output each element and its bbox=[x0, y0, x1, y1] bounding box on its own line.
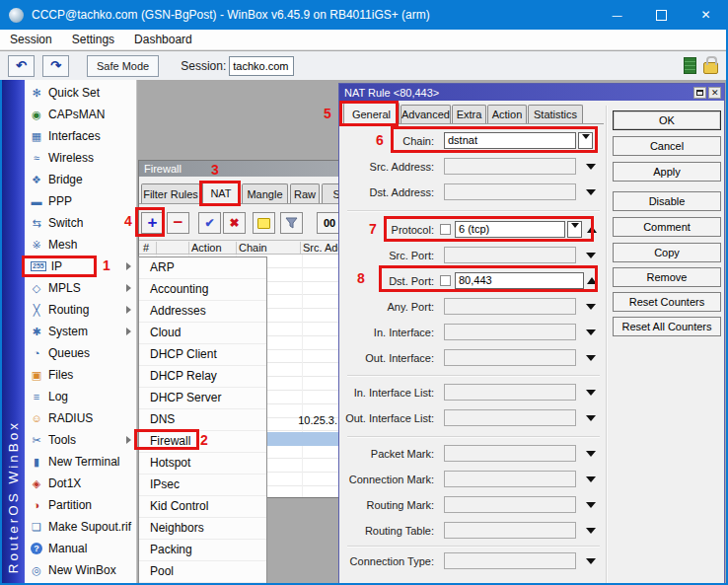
expand-down-icon[interactable] bbox=[586, 189, 596, 195]
sidebar-item-mpls[interactable]: ◇MPLS bbox=[25, 277, 136, 299]
chain-input[interactable]: dstnat bbox=[444, 132, 576, 149]
sidebar-item-quick-set[interactable]: ✻Quick Set bbox=[25, 82, 136, 104]
menu-item-ipsec[interactable]: IPsec bbox=[139, 475, 266, 496]
sidebar-item-ip[interactable]: 255IP bbox=[25, 256, 136, 277]
copy-button[interactable]: Copy bbox=[613, 243, 721, 262]
expand-down-icon[interactable] bbox=[586, 415, 596, 421]
expand-down-icon[interactable] bbox=[586, 451, 596, 457]
tab-general[interactable]: General bbox=[343, 103, 400, 124]
expand-down-icon[interactable] bbox=[586, 502, 596, 508]
menu-item-accounting[interactable]: Accounting bbox=[139, 279, 266, 301]
sidebar-item-log[interactable]: ≡Log bbox=[25, 386, 136, 407]
sidebar-item-switch[interactable]: ⇆Switch bbox=[25, 212, 136, 234]
menu-item-dhcp-relay[interactable]: DHCP Relay bbox=[139, 366, 266, 388]
close-icon[interactable] bbox=[684, 0, 728, 30]
add-rule-icon[interactable]: + bbox=[141, 212, 164, 234]
disable-button[interactable]: Disable bbox=[613, 191, 721, 211]
redo-icon[interactable] bbox=[42, 55, 69, 77]
sidebar-item-queues[interactable]: ◔Queues bbox=[25, 342, 136, 364]
reset-all-counters-button[interactable]: Reset All Counters bbox=[613, 317, 721, 336]
sidebar-item-bridge[interactable]: ❖Bridge bbox=[25, 169, 136, 190]
sidebar-item-tools[interactable]: ✂Tools bbox=[25, 429, 136, 451]
disable-rule-icon[interactable]: ✖ bbox=[223, 212, 246, 234]
menu-settings[interactable]: Settings bbox=[62, 30, 124, 49]
sidebar-item-ppp[interactable]: ▬PPP bbox=[25, 190, 136, 212]
expand-down-icon[interactable] bbox=[586, 528, 596, 534]
dst-port-negate-checkbox[interactable] bbox=[440, 275, 451, 286]
menu-item-hotspot[interactable]: Hotspot bbox=[139, 453, 266, 475]
expand-down-icon[interactable] bbox=[586, 164, 596, 170]
menu-item-kid-control[interactable]: Kid Control bbox=[139, 496, 266, 518]
sidebar-item-interfaces[interactable]: ▦Interfaces bbox=[25, 125, 136, 147]
sidebar-item-new-winbox[interactable]: ◎New WinBox bbox=[25, 559, 136, 581]
apply-button[interactable]: Apply bbox=[613, 162, 721, 182]
expand-down-icon[interactable] bbox=[586, 355, 596, 361]
tab-extra[interactable]: Extra bbox=[452, 105, 486, 123]
dialog-titlebar[interactable]: NAT Rule <80,443> bbox=[339, 84, 724, 101]
column-number[interactable]: # bbox=[143, 242, 149, 254]
menu-session[interactable]: Session bbox=[0, 30, 62, 49]
sidebar-item-manual[interactable]: ?Manual bbox=[25, 538, 136, 559]
menu-item-neighbors[interactable]: Neighbors bbox=[139, 518, 266, 540]
menu-item-dhcp-server[interactable]: DHCP Server bbox=[139, 388, 266, 409]
protocol-input[interactable]: 6 (tcp) bbox=[455, 221, 565, 238]
sidebar-item-partition[interactable]: ◑Partition bbox=[25, 494, 136, 516]
menu-item-pool[interactable]: Pool bbox=[139, 561, 266, 583]
collapse-up-icon[interactable] bbox=[587, 277, 597, 284]
sidebar-item-mesh[interactable]: ※Mesh bbox=[25, 234, 136, 256]
expand-down-icon[interactable] bbox=[586, 304, 596, 310]
menu-dashboard[interactable]: Dashboard bbox=[124, 30, 202, 49]
menu-item-arp[interactable]: ARP bbox=[139, 257, 266, 279]
menu-item-firewall[interactable]: Firewall bbox=[139, 431, 266, 453]
expand-down-icon[interactable] bbox=[586, 329, 596, 335]
filter-icon[interactable] bbox=[280, 212, 303, 234]
sidebar-item-wireless[interactable]: ≈Wireless bbox=[25, 147, 136, 169]
expand-down-icon[interactable] bbox=[586, 476, 596, 482]
sidebar-item-system[interactable]: ✱System bbox=[25, 321, 136, 342]
expand-down-icon[interactable] bbox=[586, 390, 596, 396]
session-input[interactable] bbox=[229, 56, 294, 76]
collapse-up-icon[interactable] bbox=[587, 226, 597, 233]
remove-button[interactable]: Remove bbox=[613, 267, 721, 287]
menu-item-dns[interactable]: DNS bbox=[139, 409, 266, 431]
sidebar-item-routing[interactable]: ╳Routing bbox=[25, 299, 136, 321]
tab-action[interactable]: Action bbox=[487, 105, 527, 123]
dropdown-icon[interactable] bbox=[578, 132, 593, 149]
tab-mangle[interactable]: Mangle bbox=[242, 183, 288, 203]
restore-icon[interactable] bbox=[693, 87, 706, 99]
minimize-icon[interactable] bbox=[595, 0, 639, 30]
close-icon[interactable] bbox=[708, 87, 721, 99]
sidebar-item-new-terminal[interactable]: ▮New Terminal bbox=[25, 451, 136, 473]
sidebar-item-make-supout[interactable]: ❏Make Supout.rif bbox=[25, 516, 136, 538]
expand-down-icon[interactable] bbox=[586, 558, 596, 564]
tab-nat[interactable]: NAT bbox=[202, 182, 240, 204]
table-cell-dst-address[interactable]: 10.25.3. bbox=[294, 414, 337, 427]
comment-icon[interactable] bbox=[253, 212, 275, 234]
safe-mode-button[interactable]: Safe Mode bbox=[87, 55, 159, 77]
menu-item-addresses[interactable]: Addresses bbox=[139, 301, 266, 323]
tab-advanced[interactable]: Advanced bbox=[400, 105, 451, 123]
tab-filter-rules[interactable]: Filter Rules bbox=[141, 183, 200, 203]
comment-button[interactable]: Comment bbox=[613, 217, 721, 237]
cancel-button[interactable]: Cancel bbox=[613, 136, 721, 156]
sidebar-item-radius[interactable]: ☺RADIUS bbox=[25, 407, 136, 429]
remove-rule-icon[interactable]: − bbox=[167, 212, 189, 234]
tab-statistics[interactable]: Statistics bbox=[528, 105, 583, 123]
ok-button[interactable]: OK bbox=[613, 110, 721, 130]
column-action[interactable]: Action bbox=[191, 242, 222, 254]
sidebar-item-capsman[interactable]: ◉CAPsMAN bbox=[25, 104, 136, 125]
maximize-icon[interactable] bbox=[639, 0, 684, 30]
menu-item-packing[interactable]: Packing bbox=[139, 540, 266, 561]
sidebar-item-dot1x[interactable]: ◈Dot1X bbox=[25, 473, 136, 494]
protocol-negate-checkbox[interactable] bbox=[440, 224, 451, 235]
reset-counters-button[interactable]: Reset Counters bbox=[613, 292, 721, 312]
menu-item-dhcp-client[interactable]: DHCP Client bbox=[139, 344, 266, 366]
column-chain[interactable]: Chain bbox=[239, 242, 267, 254]
menu-item-cloud[interactable]: Cloud bbox=[139, 323, 266, 344]
dropdown-icon[interactable] bbox=[567, 221, 582, 238]
enable-rule-icon[interactable]: ✔ bbox=[198, 212, 221, 234]
dst-port-input[interactable]: 80,443 bbox=[455, 272, 584, 289]
sidebar-item-files[interactable]: ▣Files bbox=[25, 364, 136, 386]
expand-down-icon[interactable] bbox=[586, 253, 596, 258]
undo-icon[interactable] bbox=[8, 55, 35, 77]
